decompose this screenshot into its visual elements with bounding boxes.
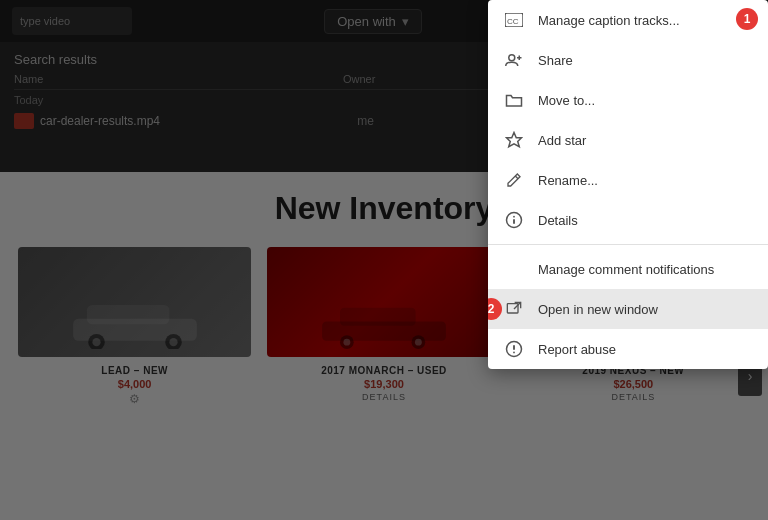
warning-icon [504,339,524,359]
comment-icon [504,259,524,279]
pencil-icon [504,170,524,190]
menu-item-manage-comments[interactable]: Manage comment notifications [488,249,768,289]
menu-divider [488,244,768,245]
menu-item-report-abuse[interactable]: Report abuse [488,329,768,369]
svg-point-32 [513,351,515,353]
svg-point-27 [513,216,515,218]
svg-text:CC: CC [507,17,519,26]
menu-label-share: Share [538,53,752,68]
folder-icon [504,90,524,110]
dropdown-menu: 1 CC Manage caption tracks... Share [488,0,768,369]
menu-label-report-abuse: Report abuse [538,342,752,357]
badge-2: 2 [488,298,502,320]
menu-item-manage-captions[interactable]: CC Manage caption tracks... [488,0,768,40]
menu-item-rename[interactable]: Rename... [488,160,768,200]
menu-label-manage-comments: Manage comment notifications [538,262,752,277]
svg-line-24 [515,176,518,179]
menu-item-move-to[interactable]: Move to... [488,80,768,120]
menu-item-share[interactable]: Share [488,40,768,80]
menu-label-add-star: Add star [538,133,752,148]
person-add-icon [504,50,524,70]
star-icon [504,130,524,150]
badge-1: 1 [736,8,758,30]
svg-marker-23 [507,133,522,147]
menu-label-move-to: Move to... [538,93,752,108]
menu-label-manage-captions: Manage caption tracks... [538,13,752,28]
info-icon [504,210,524,230]
svg-point-20 [509,55,515,61]
cc-icon: CC [504,10,524,30]
menu-item-details[interactable]: Details [488,200,768,240]
svg-rect-28 [507,304,518,313]
menu-label-rename: Rename... [538,173,752,188]
menu-item-add-star[interactable]: Add star [488,120,768,160]
open-new-window-icon [504,299,524,319]
menu-label-open-new-window: Open in new window [538,302,752,317]
menu-item-open-new-window[interactable]: 2 Open in new window [488,289,768,329]
menu-label-details: Details [538,213,752,228]
